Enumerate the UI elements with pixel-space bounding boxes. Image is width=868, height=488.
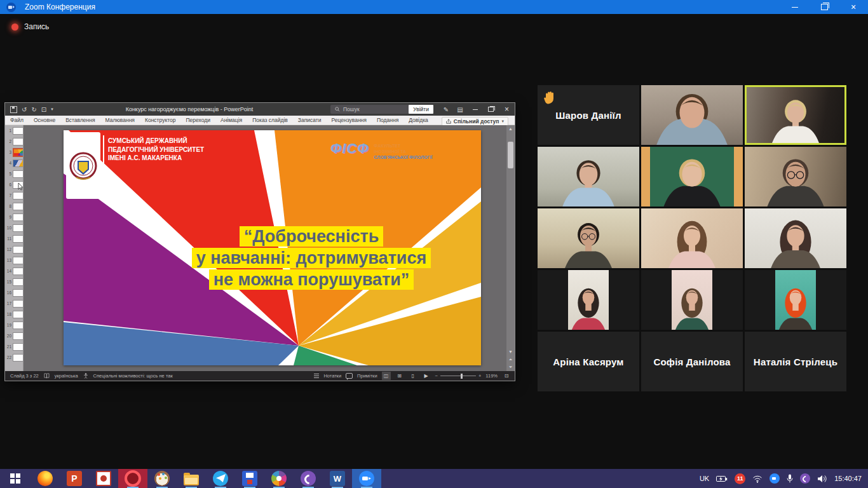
- accessibility-icon[interactable]: [83, 373, 88, 379]
- slideshow-view-button[interactable]: ▶: [422, 372, 431, 380]
- slide-thumbnail-18[interactable]: 18: [5, 309, 23, 320]
- normal-view-button[interactable]: ◫: [382, 372, 391, 380]
- slide-thumbnail-15[interactable]: 15: [5, 276, 23, 287]
- scroll-up-icon[interactable]: ▲: [506, 125, 515, 133]
- microphone-icon[interactable]: [787, 474, 793, 484]
- zoom-tray-icon[interactable]: [770, 473, 780, 484]
- ribbon-tab-11[interactable]: Подання: [372, 117, 403, 123]
- participant-tile-12[interactable]: [745, 270, 846, 330]
- slide-thumbnail-4[interactable]: 4: [5, 158, 23, 168]
- next-slide-icon[interactable]: ⏷: [506, 363, 515, 371]
- reading-view-button[interactable]: ▯: [409, 372, 417, 380]
- ribbon-tab-12[interactable]: Довідка: [403, 117, 433, 123]
- participant-tile-13[interactable]: Аріна Касярум: [538, 332, 639, 391]
- slide-thumbnail-16[interactable]: 16: [5, 287, 23, 298]
- ribbon-tab-6[interactable]: Переходи: [180, 117, 215, 123]
- save-app-taskbar-button[interactable]: [235, 469, 264, 488]
- ribbon-display-icon[interactable]: ▤: [453, 106, 467, 113]
- ribbon-tab-9[interactable]: Записати: [293, 117, 327, 123]
- accessibility-status[interactable]: Спеціальні можливості: щось не так: [93, 373, 173, 379]
- redo-icon[interactable]: ↻: [31, 106, 36, 113]
- slide-thumbnail-2[interactable]: 2: [5, 136, 23, 147]
- ribbon-tab-7[interactable]: Анімація: [215, 117, 247, 123]
- participant-tile-7[interactable]: [538, 208, 639, 268]
- zoom-out-icon[interactable]: −: [435, 373, 438, 379]
- slide-thumbnail-1[interactable]: 1: [5, 125, 23, 136]
- participant-tile-6[interactable]: [745, 147, 846, 207]
- ppt-scrollbar[interactable]: ▲ ▼ ⏶ ⏷: [506, 125, 515, 371]
- paint-taskbar-button[interactable]: [147, 469, 177, 488]
- start-taskbar-button[interactable]: [0, 469, 31, 488]
- ppt-restore-button[interactable]: [483, 103, 499, 116]
- powerpoint-file-taskbar-button[interactable]: [89, 469, 118, 488]
- participant-tile-15[interactable]: Наталія Стрілець: [745, 332, 846, 391]
- slide-thumbnail-5[interactable]: 5: [5, 168, 23, 179]
- opera-taskbar-button[interactable]: [118, 469, 147, 488]
- slide-thumbnail-10[interactable]: 10: [5, 222, 23, 233]
- word-taskbar-button[interactable]: [323, 469, 352, 488]
- ppt-close-button[interactable]: ×: [499, 103, 515, 116]
- slide-thumbnail-12[interactable]: 12: [5, 244, 23, 255]
- slide-thumbnail-21[interactable]: 21: [5, 341, 23, 352]
- ribbon-tab-2[interactable]: Основне: [29, 117, 60, 123]
- slide-thumbnail-13[interactable]: 13: [5, 255, 23, 266]
- participant-tile-3[interactable]: [745, 85, 846, 145]
- participant-tile-4[interactable]: [538, 147, 639, 207]
- slide-thumbnail-22[interactable]: 22: [5, 352, 23, 363]
- taskbar-clock[interactable]: 15:40:47: [834, 475, 862, 482]
- scroll-down-icon[interactable]: ▼: [506, 348, 515, 356]
- fit-slide-icon[interactable]: ⊡: [502, 372, 511, 380]
- slide-thumbnail-19[interactable]: 19: [5, 320, 23, 330]
- participant-tile-5[interactable]: [641, 147, 743, 207]
- telegram-taskbar-button[interactable]: [206, 469, 235, 488]
- participant-tile-11[interactable]: [641, 270, 743, 330]
- viber-tray-icon[interactable]: [800, 473, 810, 484]
- slide-thumbnail-20[interactable]: 20: [5, 330, 23, 341]
- restore-button[interactable]: [810, 0, 839, 14]
- save-icon[interactable]: [10, 106, 17, 113]
- participant-tile-10[interactable]: [538, 270, 639, 330]
- start-slideshow-icon[interactable]: ⊡: [41, 106, 46, 113]
- proofing-language[interactable]: українська: [55, 373, 78, 379]
- slide-thumbnail-14[interactable]: 14: [5, 266, 23, 276]
- zoom-slider-thumb[interactable]: [461, 374, 463, 379]
- share-button[interactable]: Спільний доступ ▾: [442, 117, 508, 126]
- slide-thumbnail-11[interactable]: 11: [5, 233, 23, 244]
- zoom-slider[interactable]: − +: [435, 373, 482, 379]
- qat-customize-icon[interactable]: ▾: [51, 107, 53, 112]
- ribbon-tab-3[interactable]: Вставлення: [60, 117, 100, 123]
- ribbon-tab-5[interactable]: Конструктор: [140, 117, 180, 123]
- photos-taskbar-button[interactable]: [264, 469, 294, 488]
- slide-thumbnail-17[interactable]: 17: [5, 298, 23, 309]
- ribbon-tab-8[interactable]: Показ слайдів: [247, 117, 293, 123]
- participant-tile-9[interactable]: [745, 208, 846, 268]
- zoom-in-icon[interactable]: +: [478, 373, 481, 379]
- powerpoint-taskbar-button[interactable]: [60, 469, 89, 488]
- ribbon-tab-1[interactable]: Файл: [5, 117, 29, 123]
- firefox-taskbar-button[interactable]: [31, 469, 60, 488]
- zoom-level[interactable]: 119%: [485, 373, 498, 379]
- slide-thumbnail-9[interactable]: 9: [5, 212, 23, 222]
- battery-icon[interactable]: [716, 475, 728, 483]
- speaker-icon[interactable]: [817, 475, 827, 483]
- participant-tile-8[interactable]: [641, 208, 743, 268]
- ribbon-tab-10[interactable]: Рецензування: [327, 117, 372, 123]
- slide-thumbnail-8[interactable]: 8: [5, 201, 23, 212]
- comments-toggle[interactable]: Примітки: [357, 373, 377, 379]
- previous-slide-icon[interactable]: ⏶: [506, 356, 515, 363]
- slide-sorter-view-button[interactable]: ⊞: [395, 372, 404, 380]
- undo-icon[interactable]: ↺: [22, 106, 27, 113]
- zoom-taskbar-button[interactable]: [352, 469, 381, 488]
- participant-tile-1[interactable]: Шаров Даніїл: [538, 85, 639, 145]
- notification-badge[interactable]: 11: [735, 473, 745, 484]
- explorer-taskbar-button[interactable]: [177, 469, 206, 488]
- proofing-icon[interactable]: [44, 373, 50, 379]
- language-indicator[interactable]: UK: [700, 475, 709, 482]
- close-button[interactable]: ×: [839, 0, 868, 14]
- ribbon-tab-4[interactable]: Малювання: [100, 117, 140, 123]
- slide-thumbnail-3[interactable]: 3: [5, 147, 23, 158]
- scrollbar-thumb[interactable]: [508, 142, 513, 168]
- notes-toggle[interactable]: Нотатки: [323, 373, 341, 379]
- ppt-minimize-button[interactable]: [467, 103, 483, 116]
- sign-in-button[interactable]: Увійти: [409, 105, 433, 114]
